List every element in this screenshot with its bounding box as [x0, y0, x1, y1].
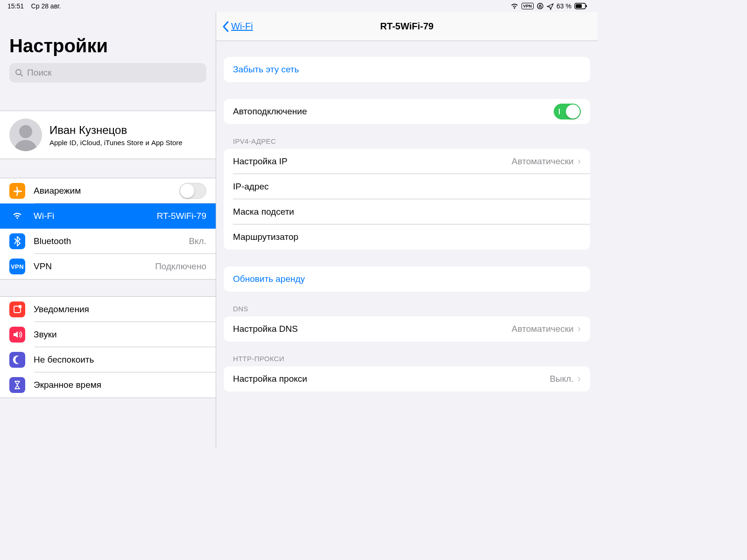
autojoin-row: Автоподключение: [224, 99, 590, 124]
sidebar-item-label: Уведомления: [34, 304, 206, 315]
proxy-config-row[interactable]: Настройка прокси Выкл. ›: [224, 366, 590, 392]
forget-network-card: Забыть эту сеть: [224, 57, 590, 82]
airplane-icon: [12, 186, 22, 196]
sidebar-group-general: Уведомления Звуки Не беспокоить Экранное…: [0, 296, 216, 398]
svg-point-4: [16, 70, 21, 75]
chevron-left-icon: [222, 21, 230, 33]
settings-title: Настройки: [0, 12, 216, 63]
vpn-icon: VPN: [11, 263, 24, 270]
sidebar-item-label: Не беспокоить: [34, 355, 206, 365]
ipv4-header: IPV4-АДРЕС: [224, 124, 590, 149]
forget-network-button[interactable]: Забыть эту сеть: [224, 57, 590, 82]
renew-lease-button[interactable]: Обновить аренду: [224, 266, 590, 292]
autojoin-label: Автоподключение: [233, 106, 554, 117]
notification-icon: [12, 304, 22, 315]
status-right: VPN 63 %: [510, 2, 587, 10]
router-row: Маршрутизатор: [224, 224, 590, 250]
location-icon: [547, 3, 554, 10]
svg-rect-2: [576, 4, 582, 8]
sidebar-group-connectivity: Авиарежим Wi-Fi RT-5WiFi-79 Bluetooth Вк…: [0, 178, 216, 280]
sidebar-item-label: VPN: [34, 261, 155, 272]
sidebar-item-label: Wi-Fi: [34, 211, 157, 221]
wifi-icon: [510, 3, 519, 9]
sidebar-item-screentime[interactable]: Экранное время: [0, 372, 216, 398]
sidebar-item-bluetooth[interactable]: Bluetooth Вкл.: [0, 229, 216, 254]
hourglass-icon: [12, 380, 22, 390]
sidebar-item-airplane[interactable]: Авиарежим: [0, 178, 216, 203]
ip-address-row: IP-адрес: [224, 174, 590, 199]
search-input[interactable]: Поиск: [9, 63, 206, 83]
search-icon: [15, 69, 23, 77]
chevron-right-icon: ›: [578, 155, 581, 168]
sidebar-item-sounds[interactable]: Звуки: [0, 322, 216, 347]
wifi-icon: [12, 211, 22, 221]
sidebar-item-value: Вкл.: [189, 236, 206, 246]
status-left: 15:51 Ср 28 авг.: [7, 2, 61, 10]
proxy-header: HTTP-ПРОКСИ: [224, 342, 590, 366]
profile-name: Иван Кузнецов: [49, 124, 183, 137]
battery-icon: [574, 3, 587, 9]
back-label: Wi-Fi: [231, 21, 253, 32]
bluetooth-icon: [12, 236, 22, 246]
status-bar: 15:51 Ср 28 авг. VPN 63 %: [0, 0, 598, 12]
sidebar-item-value: RT-5WiFi-79: [157, 211, 206, 221]
svg-point-6: [19, 125, 32, 138]
dns-config-row[interactable]: Настройка DNS Автоматически ›: [224, 316, 590, 342]
profile-subtitle: Apple ID, iCloud, iTunes Store и App Sto…: [49, 139, 183, 147]
back-button[interactable]: Wi-Fi: [216, 21, 253, 33]
chevron-right-icon: ›: [578, 323, 581, 335]
search-placeholder: Поиск: [27, 68, 52, 78]
speaker-icon: [12, 329, 22, 340]
sidebar-item-label: Звуки: [34, 329, 206, 340]
renew-lease-card: Обновить аренду: [224, 266, 590, 292]
proxy-card: Настройка прокси Выкл. ›: [224, 366, 590, 392]
sidebar-item-wifi[interactable]: Wi-Fi RT-5WiFi-79: [0, 203, 216, 229]
status-date: Ср 28 авг.: [31, 2, 61, 10]
detail-pane: Wi-Fi RT-5WiFi-79 Забыть эту сеть Автопо…: [216, 12, 598, 448]
autojoin-toggle[interactable]: [554, 104, 581, 119]
sidebar-item-label: Экранное время: [34, 380, 206, 390]
ipv4-card: Настройка IP Автоматически › IP-адрес Ма…: [224, 149, 590, 250]
sidebar-item-dnd[interactable]: Не беспокоить: [0, 347, 216, 372]
sidebar-item-notifications[interactable]: Уведомления: [0, 297, 216, 322]
detail-title: RT-5WiFi-79: [380, 21, 433, 32]
orientation-lock-icon: [536, 2, 544, 10]
chevron-right-icon: ›: [578, 373, 581, 385]
avatar: [9, 119, 42, 151]
dns-card: Настройка DNS Автоматически ›: [224, 316, 590, 342]
airplane-toggle[interactable]: [179, 183, 206, 199]
dns-header: DNS: [224, 292, 590, 316]
sidebar-item-vpn[interactable]: VPN VPN Подключено: [0, 254, 216, 279]
detail-header: Wi-Fi RT-5WiFi-79: [216, 12, 598, 41]
svg-point-8: [19, 305, 22, 308]
person-icon: [9, 119, 42, 151]
vpn-badge: VPN: [521, 3, 534, 9]
profile-row[interactable]: Иван Кузнецов Apple ID, iCloud, iTunes S…: [0, 111, 216, 159]
sidebar-item-label: Авиарежим: [34, 186, 179, 196]
subnet-mask-row: Маска подсети: [224, 199, 590, 224]
sidebar-item-label: Bluetooth: [34, 236, 189, 246]
ip-config-row[interactable]: Настройка IP Автоматически ›: [224, 149, 590, 174]
sidebar-item-value: Подключено: [155, 261, 206, 272]
moon-icon: [12, 355, 22, 365]
status-time: 15:51: [7, 2, 24, 10]
autojoin-card: Автоподключение: [224, 99, 590, 124]
battery-percent: 63 %: [557, 2, 571, 10]
svg-rect-3: [586, 5, 587, 7]
settings-sidebar: Настройки Поиск Иван Кузнецов Apple ID, …: [0, 12, 216, 448]
svg-line-5: [21, 74, 22, 76]
